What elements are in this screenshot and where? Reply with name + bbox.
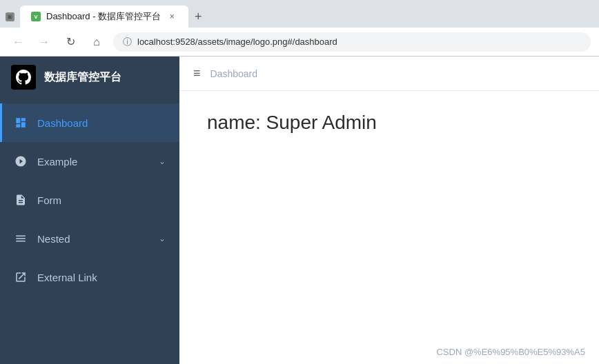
sidebar-logo: 数据库管控平台	[0, 57, 179, 98]
main-content: ≡ Dashboard name: Super Admin CSDN @%E6%…	[179, 57, 599, 364]
new-tab-button[interactable]: +	[188, 7, 208, 26]
sidebar-item-nested-label: Nested	[37, 233, 149, 245]
sidebar-item-external-link[interactable]: External Link	[0, 258, 179, 296]
dashboard-icon	[14, 117, 28, 129]
topbar: ≡ Dashboard	[179, 57, 599, 91]
tab-title: Dashboard - 数据库管控平台	[46, 10, 161, 23]
refresh-button[interactable]: ↻	[61, 32, 80, 52]
logo-title: 数据库管控平台	[44, 70, 121, 85]
sidebar-menu: Dashboard Example ⌄	[0, 98, 179, 364]
hamburger-icon[interactable]: ≡	[193, 66, 201, 81]
external-link-icon	[14, 271, 28, 283]
sidebar-item-external-link-label: External Link	[37, 272, 166, 283]
sidebar-item-nested[interactable]: Nested ⌄	[0, 219, 179, 258]
window-btn-square[interactable]: ▣	[6, 12, 14, 21]
address-bar: ← → ↻ ⌂ ⓘ localhost:9528/assets/image/lo…	[0, 28, 599, 57]
breadcrumb: Dashboard	[210, 68, 258, 79]
sidebar-item-example-label: Example	[37, 156, 149, 168]
tab-favicon: v	[31, 12, 41, 21]
sidebar-item-form-label: Form	[37, 194, 166, 206]
sidebar-item-form[interactable]: Form	[0, 181, 179, 219]
logo-icon	[11, 65, 36, 90]
watermark: CSDN @%E6%95%B0%E5%93%A5	[436, 347, 585, 357]
page-body: name: Super Admin CSDN @%E6%95%B0%E5%93%…	[179, 91, 599, 364]
back-button[interactable]: ←	[8, 32, 28, 52]
nested-icon	[14, 232, 28, 245]
tab-bar: ▣ v Dashboard - 数据库管控平台 × +	[0, 0, 599, 28]
example-icon	[14, 155, 28, 168]
sidebar-item-example[interactable]: Example ⌄	[0, 142, 179, 181]
forward-button[interactable]: →	[35, 32, 54, 52]
url-text: localhost:9528/assets/image/logo.png#/da…	[137, 37, 581, 47]
sidebar-item-dashboard[interactable]: Dashboard	[0, 103, 179, 142]
nested-arrow-icon: ⌄	[159, 234, 166, 243]
page-heading: name: Super Admin	[207, 112, 571, 134]
active-tab[interactable]: v Dashboard - 数据库管控平台 ×	[20, 6, 188, 28]
example-arrow-icon: ⌄	[159, 156, 166, 166]
tab-close-button[interactable]: ×	[166, 11, 177, 22]
home-button[interactable]: ⌂	[87, 32, 106, 52]
app-container: 数据库管控平台 Dashboard	[0, 57, 599, 364]
url-bar[interactable]: ⓘ localhost:9528/assets/image/logo.png#/…	[113, 32, 591, 52]
sidebar-item-dashboard-label: Dashboard	[37, 117, 166, 129]
info-icon: ⓘ	[123, 36, 132, 48]
window-controls: ▣	[6, 12, 14, 21]
browser-window: ▣ v Dashboard - 数据库管控平台 × + ← → ↻ ⌂ ⓘ lo…	[0, 0, 599, 364]
sidebar: 数据库管控平台 Dashboard	[0, 57, 179, 364]
form-icon	[14, 194, 28, 206]
